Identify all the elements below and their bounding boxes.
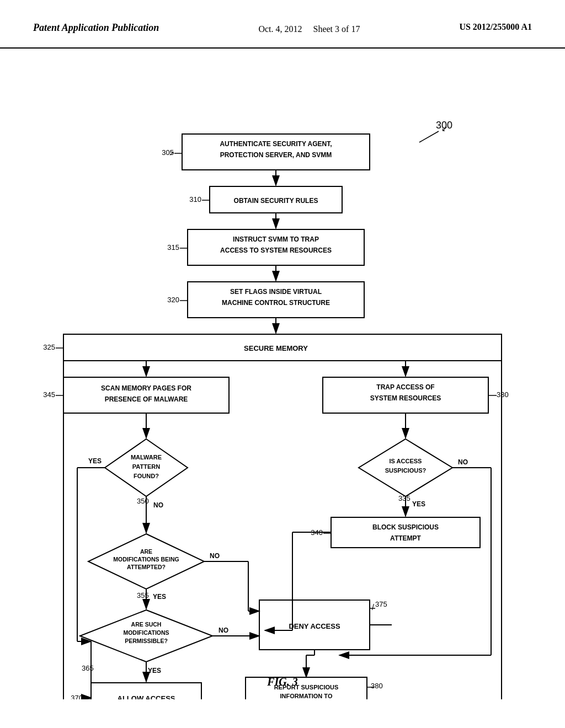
svg-text:MODIFICATIONS BEING: MODIFICATIONS BEING — [113, 556, 179, 563]
svg-text:BLOCK SUSPICIOUS: BLOCK SUSPICIOUS — [372, 523, 439, 531]
diamond-365 — [80, 610, 212, 662]
svg-text:355: 355 — [137, 591, 149, 599]
svg-text:SCAN MEMORY PAGES FOR: SCAN MEMORY PAGES FOR — [101, 384, 191, 392]
svg-text:OBTAIN SECURITY RULES: OBTAIN SECURITY RULES — [234, 197, 318, 205]
svg-text:NO: NO — [458, 458, 468, 466]
svg-text:330: 330 — [497, 390, 509, 399]
svg-text:DENY ACCESS: DENY ACCESS — [289, 622, 340, 630]
svg-text:NO: NO — [218, 627, 228, 634]
header-publication-label: Patent Application Publication — [33, 22, 159, 34]
box-340 — [331, 517, 480, 548]
svg-text:380: 380 — [371, 682, 383, 690]
svg-text:SET FLAGS INSIDE VIRTUAL: SET FLAGS INSIDE VIRTUAL — [230, 288, 322, 296]
svg-text:YES: YES — [148, 667, 161, 675]
svg-text:SECURE MEMORY: SECURE MEMORY — [244, 344, 308, 352]
svg-text:ACCESS TO SYSTEM RESOURCES: ACCESS TO SYSTEM RESOURCES — [220, 247, 332, 254]
svg-text:INFORMATION TO: INFORMATION TO — [280, 693, 333, 699]
header-date-sheet: Oct. 4, 2012 Sheet 3 of 17 — [258, 22, 360, 36]
svg-text:345: 345 — [43, 390, 55, 399]
svg-text:/: / — [372, 603, 374, 612]
svg-text:SYSTEM RESOURCES: SYSTEM RESOURCES — [370, 394, 441, 402]
svg-text:ATTEMPT: ATTEMPT — [390, 534, 421, 542]
header: Patent Application Publication Oct. 4, 2… — [0, 0, 565, 49]
svg-text:ARE SUCH: ARE SUCH — [131, 621, 162, 628]
svg-text:310: 310 — [189, 195, 201, 204]
svg-text:365: 365 — [82, 664, 94, 672]
svg-text:MALWARE: MALWARE — [131, 454, 162, 461]
diagram-area: 300 ↙ AUTHENTICATE SECURITY AGENT, PROTE… — [0, 49, 565, 699]
svg-text:FOUND?: FOUND? — [134, 473, 159, 479]
header-date: Oct. 4, 2012 — [258, 24, 302, 34]
svg-text:↙: ↙ — [441, 124, 448, 133]
svg-text:INSTRUCT SVMM TO TRAP: INSTRUCT SVMM TO TRAP — [233, 235, 319, 243]
svg-text:IS ACCESS: IS ACCESS — [390, 458, 422, 464]
svg-text:SUSPICIOUS?: SUSPICIOUS? — [385, 467, 427, 474]
svg-text:325: 325 — [43, 343, 55, 351]
svg-text:PROTECTION SERVER, AND SVMM: PROTECTION SERVER, AND SVMM — [220, 151, 332, 159]
figure-label: FIG. 3 — [267, 676, 298, 688]
svg-text:YES: YES — [153, 593, 166, 601]
svg-text:ATTEMPTED?: ATTEMPTED? — [127, 564, 166, 570]
svg-text:↗: ↗ — [169, 149, 174, 157]
svg-line-1 — [419, 131, 439, 142]
svg-text:PERMISSIBLE?: PERMISSIBLE? — [125, 638, 168, 644]
svg-text:YES: YES — [412, 500, 425, 508]
svg-text:320: 320 — [167, 296, 179, 304]
svg-text:315: 315 — [167, 243, 179, 251]
svg-text:MACHINE CONTROL STRUCTURE: MACHINE CONTROL STRUCTURE — [222, 299, 330, 307]
svg-text:370: 370 — [71, 694, 83, 699]
svg-text:NO: NO — [210, 552, 220, 560]
svg-text:MODIFICATIONS: MODIFICATIONS — [123, 629, 169, 636]
svg-text:PRESENCE OF MALWARE: PRESENCE OF MALWARE — [105, 395, 188, 403]
page: Patent Application Publication Oct. 4, 2… — [0, 0, 565, 728]
svg-text:NO: NO — [153, 501, 163, 509]
header-sheet: Sheet 3 of 17 — [313, 24, 360, 34]
svg-text:AUTHENTICATE SECURITY AGENT,: AUTHENTICATE SECURITY AGENT, — [220, 140, 332, 148]
flowchart-svg: 300 ↙ AUTHENTICATE SECURITY AGENT, PROTE… — [0, 49, 565, 699]
svg-text:ARE: ARE — [140, 548, 152, 555]
svg-text:335: 335 — [398, 494, 411, 502]
svg-text:ALLOW ACCESS: ALLOW ACCESS — [118, 694, 175, 699]
svg-text:TRAP ACCESS OF: TRAP ACCESS OF — [376, 383, 434, 391]
svg-text:375: 375 — [375, 600, 387, 608]
svg-text:YES: YES — [88, 457, 102, 465]
header-patent-number: US 2012/255000 A1 — [459, 22, 532, 32]
svg-text:350: 350 — [137, 497, 149, 505]
svg-text:PATTERN: PATTERN — [132, 463, 160, 470]
